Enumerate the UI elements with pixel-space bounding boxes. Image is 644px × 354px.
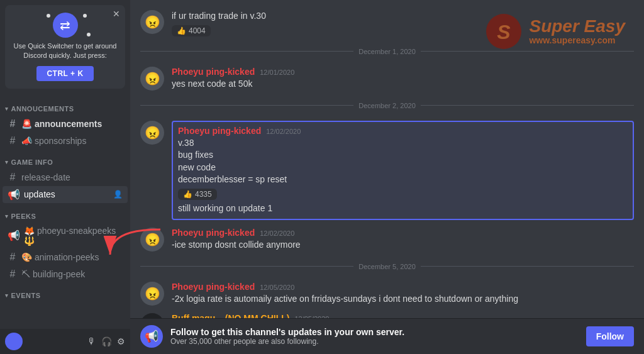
message-header: Phoeyu ping-kicked 12/02/2020 [172, 228, 634, 238]
headset-icon[interactable]: 🎧 [101, 336, 112, 346]
message-line: bug fixes [178, 149, 628, 162]
chevron-icon: ▾ [5, 292, 9, 299]
dot-decoration [47, 14, 50, 18]
channel-name: 📣 sponsorships [21, 136, 123, 146]
message-line: if ur trading trade in v.30 [172, 10, 634, 23]
hash-icon: # [8, 172, 18, 183]
switcher-icon: ⇄ [53, 13, 78, 38]
message-header: Phoeyu ping-kicked 12/05/2020 [172, 282, 634, 292]
quick-switcher-description: Use Quick Switcher to get around Discord… [11, 41, 119, 61]
chevron-icon: ▾ [5, 106, 9, 112]
avatar: 😠 [140, 67, 164, 91]
follow-banner-text: Follow to get this channel's updates in … [170, 327, 579, 346]
sidebar: ✕ ⇄ Use Quick Switcher to get around Dis… [0, 0, 130, 354]
message-content: Phoeyu ping-kicked 12/05/2020 -2x logia … [172, 282, 634, 306]
section-game-info[interactable]: ▾ GAME INFO [0, 150, 130, 169]
message-group-3: 😠 Phoeyu ping-kicked 12/02/2020 -ice sto… [140, 228, 634, 252]
hash-icon: # [8, 135, 18, 147]
date-divider-dec1: December 1, 2020 [140, 48, 634, 55]
follow-banner: 📢 Follow to get this channel's updates i… [130, 318, 644, 354]
channel-name: updates [24, 189, 109, 199]
channel-item-announcements[interactable]: # 🚨 announcements [3, 116, 128, 132]
message-line: -ice stomp dosnt collide anymore [172, 239, 634, 252]
section-peeks[interactable]: ▾ PEEKS [0, 204, 130, 223]
follow-banner-icon: 📢 [140, 325, 163, 348]
section-label: ANNOUCEMENTS [11, 105, 74, 113]
username: Phoeyu ping-kicked [172, 67, 255, 77]
timestamp: 12/02/2020 [266, 128, 301, 135]
sidebar-bottom: 🎙 🎧 ⚙ [0, 329, 130, 354]
reaction-count: 4004 [189, 26, 206, 35]
message-header: Phoeyu ping-kicked 12/01/2020 [172, 67, 634, 77]
channel-name: 🦊 phoeyu-sneakpeeks 🔱 [24, 226, 123, 246]
message-line: v.38 [178, 137, 628, 150]
avatar: 😠 [140, 10, 164, 34]
quick-switcher-popup: ✕ ⇄ Use Quick Switcher to get around Dis… [5, 5, 125, 89]
username: Phoeyu ping-kicked [178, 126, 261, 136]
channel-item-release-date[interactable]: # release-date [3, 169, 128, 185]
timestamp: 12/05/2020 [260, 284, 294, 291]
message-text: -ice stomp dosnt collide anymore [172, 239, 634, 252]
reaction-emoji: 👍 [183, 190, 192, 199]
reaction-count: 4335 [195, 190, 212, 199]
message-text: -2x logia rate is automaily active on fr… [172, 293, 634, 306]
date-label: December 1, 2020 [358, 48, 416, 55]
user-add-icon: 👤 [113, 190, 123, 199]
message-line: yes next code at 50k [172, 78, 634, 91]
channel-item-updates[interactable]: 📢 updates 👤 [3, 186, 128, 203]
username: Phoeyu ping-kicked [172, 228, 255, 238]
message-text-extra: still working on update 1 [178, 202, 628, 215]
user-avatar [5, 333, 23, 350]
reaction[interactable]: 👍 4004 [172, 25, 211, 36]
avatar: 😠 [140, 282, 164, 306]
message-line: -2x logia rate is automaily active on fr… [172, 293, 634, 306]
section-label: PEEKS [11, 213, 36, 220]
channel-item-building-peek[interactable]: # ⛏ building-peek [3, 266, 128, 282]
timestamp: 12/01/2020 [260, 69, 294, 76]
chevron-icon: ▾ [5, 213, 9, 219]
chevron-icon: ▾ [5, 159, 9, 165]
channel-name: 🚨 announcements [21, 119, 123, 129]
message-header: Phoeyu ping-kicked 12/02/2020 [178, 126, 628, 136]
message-line: decemberblesser = sp reset [178, 174, 628, 186]
chat-area: 😠 if ur trading trade in v.30 👍 4004 Dec… [130, 0, 644, 354]
dot-decoration [83, 14, 87, 18]
hash-icon: # [8, 118, 18, 130]
message-content: Phoeyu ping-kicked 12/01/2020 yes next c… [172, 67, 634, 91]
avatar: 😠 [140, 121, 164, 145]
channel-item-sneakpeeks[interactable]: 📢 🦊 phoeyu-sneakpeeks 🔱 [3, 223, 128, 248]
follow-banner-subtitle: Over 35,000 other people are also follow… [170, 337, 579, 346]
channel-name: ⛏ building-peek [21, 269, 123, 279]
username: Phoeyu ping-kicked [172, 282, 255, 292]
date-divider-dec5: December 5, 2020 [140, 263, 634, 270]
message-group-4: 😠 Phoeyu ping-kicked 12/05/2020 -2x logi… [140, 282, 634, 306]
message-line: new code [178, 162, 628, 174]
speaker-icon: 📢 [8, 189, 20, 201]
channel-item-sponsorships[interactable]: # 📣 sponsorships [3, 133, 128, 149]
main-content: S Super Easy www.supereasy.com 😠 if ur t… [130, 0, 644, 354]
date-label: December 2, 2020 [358, 102, 416, 109]
section-events[interactable]: ▾ EVENTS [0, 283, 130, 302]
follow-button[interactable]: Follow [586, 326, 634, 346]
message-content: Phoeyu ping-kicked 12/02/2020 v.38 bug f… [172, 121, 634, 220]
date-label: December 5, 2020 [358, 263, 416, 270]
settings-icon[interactable]: ⚙ [117, 336, 125, 346]
timestamp: 12/02/2020 [260, 230, 294, 237]
avatar: 😠 [140, 228, 164, 252]
hash-icon: # [8, 252, 18, 263]
message-content: if ur trading trade in v.30 👍 4004 [172, 10, 634, 36]
message-text: if ur trading trade in v.30 [172, 10, 634, 23]
date-divider-dec2: December 2, 2020 [140, 102, 634, 109]
message-text: yes next code at 50k [172, 78, 634, 91]
sidebar-bottom-icons: 🎙 🎧 ⚙ [87, 336, 125, 346]
ctrl-k-button[interactable]: CTRL + K [36, 66, 93, 81]
mic-icon[interactable]: 🎙 [87, 336, 96, 346]
channel-item-animation-peeks[interactable]: # 🎨 animation-peeks [3, 249, 128, 265]
message-group-2: 😠 Phoeyu ping-kicked 12/02/2020 v.38 bug… [140, 121, 634, 220]
section-announcements[interactable]: ▾ ANNOUCEMENTS [0, 96, 130, 115]
channel-name: 🎨 animation-peeks [21, 252, 123, 262]
switcher-icon-wrap: ⇄ [11, 13, 119, 38]
reaction[interactable]: 👍 4335 [178, 189, 217, 200]
message-content: Phoeyu ping-kicked 12/02/2020 -ice stomp… [172, 228, 634, 252]
message-group-top: 😠 if ur trading trade in v.30 👍 4004 [140, 10, 634, 36]
